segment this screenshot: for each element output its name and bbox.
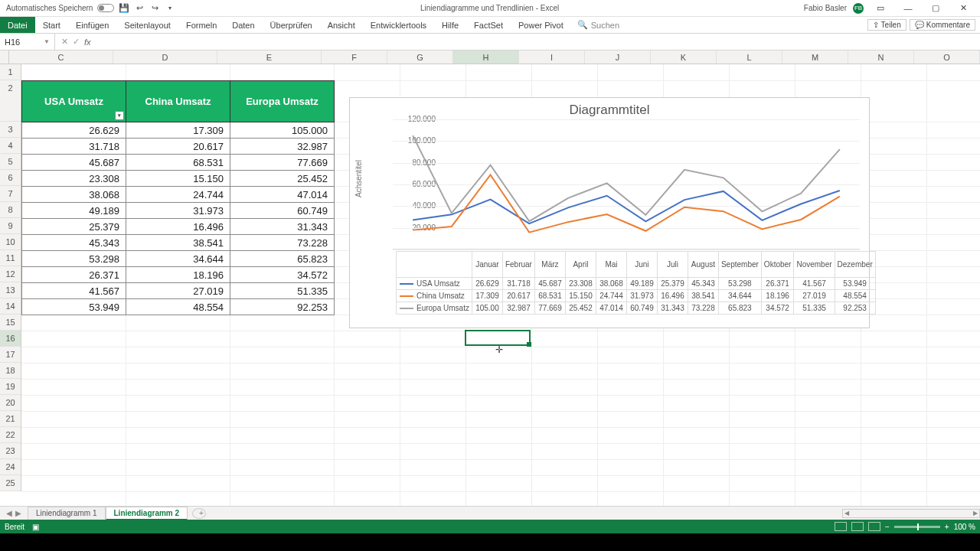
tab-ansicht[interactable]: Ansicht — [320, 17, 363, 33]
chart-object[interactable]: Diagrammtitel Achsentitel -20.00040.0006… — [349, 97, 870, 328]
cell[interactable]: 41.567 — [22, 283, 126, 299]
row-header-11[interactable]: 11 — [0, 250, 21, 266]
cell[interactable]: 92.253 — [230, 299, 335, 315]
row-header-5[interactable]: 5 — [0, 154, 21, 170]
row-header-22[interactable]: 22 — [0, 427, 21, 443]
row-header-21[interactable]: 21 — [0, 411, 21, 427]
table-row[interactable]: 53.94948.55492.253 — [22, 299, 335, 315]
row-header-6[interactable]: 6 — [0, 170, 21, 186]
table-row[interactable]: 49.18931.97360.749 — [22, 203, 335, 219]
legend-series-label[interactable]: USA Umsatz — [397, 278, 472, 290]
view-page-layout-icon[interactable] — [851, 522, 864, 531]
table-row[interactable]: 45.34338.54173.228 — [22, 235, 335, 251]
cell[interactable]: 15.150 — [126, 171, 230, 187]
active-cell[interactable] — [465, 330, 531, 346]
col-header-C[interactable]: C — [9, 51, 113, 64]
cell[interactable]: 53.298 — [22, 251, 126, 267]
row-header-16[interactable]: 16 — [0, 331, 21, 347]
series-line[interactable] — [413, 174, 840, 232]
cell[interactable]: 51.335 — [230, 283, 335, 299]
row-header-15[interactable]: 15 — [0, 315, 21, 331]
sheet-nav-prev-icon[interactable]: ◀ — [6, 509, 12, 517]
select-all-triangle[interactable] — [0, 51, 9, 64]
col-header-H[interactable]: H — [453, 51, 519, 64]
row-header-7[interactable]: 7 — [0, 186, 21, 202]
cell[interactable]: 49.189 — [22, 203, 126, 219]
row-header-14[interactable]: 14 — [0, 298, 21, 315]
legend-series-label[interactable]: China Umsatz — [397, 290, 472, 302]
fill-handle[interactable] — [527, 342, 531, 347]
cell[interactable]: 24.744 — [126, 187, 230, 203]
col-header-E[interactable]: E — [217, 51, 322, 64]
user-avatar[interactable]: FB — [853, 3, 864, 14]
cell[interactable]: 53.949 — [22, 299, 126, 315]
cell[interactable]: 34.572 — [230, 267, 335, 283]
col-header-J[interactable]: J — [585, 51, 651, 64]
col-header-M[interactable]: M — [782, 51, 848, 64]
tab-start[interactable]: Start — [35, 17, 68, 33]
cell[interactable]: 26.371 — [22, 267, 126, 283]
cell[interactable]: 48.554 — [126, 299, 230, 315]
ribbon-search[interactable]: 🔍 Suchen — [571, 17, 626, 33]
zoom-out-icon[interactable]: − — [885, 523, 890, 531]
zoom-in-icon[interactable]: + — [945, 523, 949, 531]
cell[interactable]: 60.749 — [230, 203, 335, 219]
comments-button[interactable]: 💬Kommentare — [910, 19, 975, 31]
row-header-1[interactable]: 1 — [0, 64, 21, 80]
col-header-O[interactable]: O — [914, 51, 980, 64]
share-button[interactable]: ⇪Teilen — [867, 19, 906, 31]
table-row[interactable]: 25.37916.49631.343 — [22, 219, 335, 235]
cell[interactable]: 27.019 — [126, 283, 230, 299]
save-icon[interactable]: 💾 — [119, 3, 129, 14]
row-header-12[interactable]: 12 — [0, 266, 21, 282]
table-row[interactable]: 41.56727.01951.335 — [22, 283, 335, 299]
view-normal-icon[interactable] — [835, 522, 847, 531]
row-header-17[interactable]: 17 — [0, 347, 21, 363]
table-row[interactable]: 23.30815.15025.452 — [22, 171, 335, 187]
cell[interactable]: 23.308 — [22, 171, 126, 187]
confirm-formula-icon[interactable]: ✓ — [73, 37, 80, 47]
cell[interactable]: 45.687 — [22, 155, 126, 171]
ribbon-display-icon[interactable]: ▭ — [870, 3, 891, 13]
cancel-formula-icon[interactable]: ✕ — [61, 37, 68, 47]
row-header-20[interactable]: 20 — [0, 395, 21, 411]
table-row[interactable]: 38.06824.74447.014 — [22, 187, 335, 203]
y-axis-title[interactable]: Achsentitel — [354, 160, 363, 197]
cell[interactable]: 17.309 — [126, 122, 230, 139]
tab-überprüfen[interactable]: Überprüfen — [263, 17, 320, 33]
col-header-L[interactable]: L — [717, 51, 782, 64]
col-header-G[interactable]: G — [387, 51, 453, 64]
add-sheet-button[interactable]: + — [192, 508, 206, 519]
row-header-23[interactable]: 23 — [0, 443, 21, 459]
col-header-D[interactable]: D — [113, 51, 217, 64]
macro-record-icon[interactable]: ▣ — [32, 523, 39, 531]
series-line[interactable] — [413, 191, 840, 223]
fx-icon[interactable]: fx — [84, 37, 91, 47]
cell[interactable]: 25.452 — [230, 171, 335, 187]
tab-entwicklertools[interactable]: Entwicklertools — [363, 17, 434, 33]
tab-formeln[interactable]: Formeln — [178, 17, 224, 33]
row-header-19[interactable]: 19 — [0, 379, 21, 395]
col-header-N[interactable]: N — [848, 51, 914, 64]
cell[interactable]: 31.343 — [230, 219, 335, 235]
table-row[interactable]: 53.29834.64465.823 — [22, 251, 335, 267]
legend-series-label[interactable]: Europa Umsatz — [397, 302, 472, 315]
table-row[interactable]: 31.71820.61732.987 — [22, 139, 335, 155]
redo-icon[interactable]: ↪ — [149, 3, 160, 14]
table-row[interactable]: 26.62917.309105.000 — [22, 122, 335, 139]
cell[interactable]: 38.541 — [126, 235, 230, 251]
cell[interactable]: 26.629 — [22, 122, 126, 139]
cells-canvas[interactable]: USA Umsatz▾China UmsatzEuropa Umsatz26.6… — [21, 64, 980, 506]
cell[interactable]: 68.531 — [126, 155, 230, 171]
cell[interactable]: 31.973 — [126, 203, 230, 219]
col-header-K[interactable]: K — [651, 51, 717, 64]
filter-icon[interactable]: ▾ — [115, 111, 124, 120]
tab-seitenlayout[interactable]: Seitenlayout — [116, 17, 178, 33]
cell[interactable]: 31.718 — [22, 139, 126, 155]
table-row[interactable]: 45.68768.53177.669 — [22, 155, 335, 171]
chart-data-table[interactable]: JanuarFebruarMärzAprilMaiJuniJuliAugustS… — [396, 251, 876, 315]
tab-daten[interactable]: Daten — [224, 17, 262, 33]
row-header-8[interactable]: 8 — [0, 202, 21, 218]
cell[interactable]: 25.379 — [22, 219, 126, 235]
row-header-18[interactable]: 18 — [0, 363, 21, 379]
